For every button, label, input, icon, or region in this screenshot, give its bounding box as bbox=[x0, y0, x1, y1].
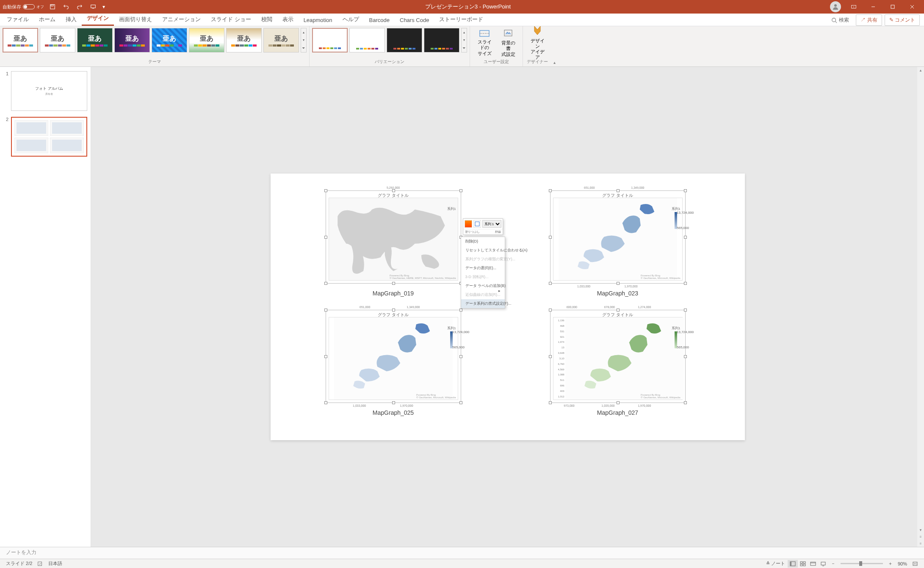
language-status[interactable]: 日本語 bbox=[46, 560, 65, 568]
share-button[interactable]: ↗ 共有 bbox=[856, 14, 882, 26]
tab-barcode[interactable]: Barcode bbox=[364, 14, 395, 26]
user-group-label: ユーザー設定 bbox=[473, 58, 520, 66]
close-button[interactable] bbox=[903, 0, 921, 14]
slide-thumbnail[interactable] bbox=[11, 117, 87, 157]
theme-item[interactable]: 亜あ bbox=[114, 28, 150, 52]
variants-more-icon[interactable]: ▴▾⏷ bbox=[461, 28, 467, 52]
design-ideas-button[interactable]: デザイン アイデア bbox=[526, 28, 549, 58]
normal-view-icon[interactable] bbox=[788, 560, 798, 568]
outline-color-icon[interactable] bbox=[473, 220, 481, 228]
chart-object[interactable]: 5,292,000 グラフ タイトル 系列1 bbox=[326, 190, 461, 284]
svg-rect-25 bbox=[803, 564, 805, 566]
tab-review[interactable]: 校閲 bbox=[256, 13, 277, 26]
series-select[interactable]: 系列 1 bbox=[482, 220, 501, 228]
variants-group-label: バリエーション bbox=[312, 58, 467, 66]
qat-dropdown-icon[interactable]: ▾ bbox=[102, 2, 106, 12]
slide-size-button[interactable]: スライドの サイズ bbox=[473, 28, 496, 58]
slide-canvas[interactable]: 5,292,000 グラフ タイトル 系列1 bbox=[271, 174, 745, 440]
tab-home[interactable]: ホーム bbox=[34, 13, 61, 26]
slide-thumbnail[interactable]: フォト アルバム 所有者 bbox=[11, 71, 87, 111]
chart-legend: 系列1 13,724,000 565,000 bbox=[672, 326, 680, 349]
tab-slideshow[interactable]: スライド ショー bbox=[206, 13, 256, 26]
chart-caption: MapGraph_025 bbox=[326, 409, 461, 416]
maximize-button[interactable] bbox=[883, 0, 902, 14]
svg-rect-23 bbox=[803, 562, 805, 563]
svg-point-3 bbox=[834, 4, 837, 7]
tab-view[interactable]: 表示 bbox=[277, 13, 299, 26]
chart-object[interactable]: 651,000 1,349,000 グラフ タイトル 系列1 bbox=[550, 190, 686, 284]
notes-pane[interactable]: ノートを入力 bbox=[0, 547, 924, 559]
format-background-button[interactable]: 背景の書 式設定 bbox=[496, 28, 520, 58]
vertical-scrollbar[interactable]: ▲ ▼ ≡ ≡ bbox=[917, 67, 924, 547]
theme-item[interactable]: 亜あ bbox=[263, 28, 299, 52]
redo-icon[interactable] bbox=[75, 2, 85, 12]
chart-object[interactable]: 600,000 678,000 1,274,000 グラフ タイトル 1,136… bbox=[550, 310, 686, 403]
autosave-toggle[interactable]: 自動保存 オフ bbox=[3, 4, 44, 10]
notes-toggle[interactable]: ≙ ノート bbox=[764, 560, 788, 568]
prev-slide-icon[interactable]: ≡ bbox=[917, 533, 924, 540]
svg-line-10 bbox=[835, 21, 837, 23]
themes-more-icon[interactable]: ▴▾⏷ bbox=[301, 28, 307, 52]
theme-item[interactable]: 亜あ bbox=[77, 28, 113, 52]
variant-item[interactable] bbox=[424, 28, 459, 52]
fit-window-icon[interactable] bbox=[910, 560, 921, 567]
tab-design[interactable]: デザイン bbox=[82, 12, 114, 26]
tab-charscode[interactable]: Chars Code bbox=[395, 14, 434, 26]
ctx-add-labels[interactable]: データ ラベルの追加(B)▸ bbox=[461, 281, 505, 290]
chart-object[interactable]: 651,000 1,349,000 グラフ タイトル 系列1 bbox=[326, 310, 461, 403]
ribbon-tabs: ファイル ホーム 挿入 デザイン 画面切り替え アニメーション スライド ショー… bbox=[0, 14, 924, 26]
slideshow-view-icon[interactable] bbox=[818, 560, 828, 568]
tab-insert[interactable]: 挿入 bbox=[61, 13, 82, 26]
theme-item[interactable]: 亜あ bbox=[152, 28, 187, 52]
slide-counter[interactable]: スライド 2/2 bbox=[3, 560, 35, 568]
tab-leapmotion[interactable]: Leapmotion bbox=[299, 14, 338, 26]
slide-thumbnails-panel: 1 フォト アルバム 所有者 2 bbox=[0, 67, 91, 547]
tab-storyboard[interactable]: ストーリーボード bbox=[434, 13, 488, 26]
tab-file[interactable]: ファイル bbox=[2, 13, 34, 26]
undo-icon[interactable] bbox=[61, 2, 71, 12]
slide-editor[interactable]: 5,292,000 グラフ タイトル 系列1 bbox=[91, 67, 924, 547]
sorter-view-icon[interactable] bbox=[798, 560, 808, 568]
ribbon-collapse-icon[interactable]: ▴ bbox=[552, 58, 557, 66]
ctx-delete[interactable]: 削除(D) bbox=[461, 237, 505, 246]
zoom-slider[interactable] bbox=[841, 563, 883, 564]
ctx-change-type: 系列グラフの種類の変更(Y)... bbox=[461, 255, 505, 264]
scroll-up-icon[interactable]: ▲ bbox=[917, 67, 924, 74]
japan-map bbox=[553, 198, 682, 280]
scroll-down-icon[interactable]: ▼ bbox=[917, 527, 924, 533]
ctx-reset[interactable]: リセットしてスタイルに合わせる(A) bbox=[461, 246, 505, 255]
comment-button[interactable]: ✎ コメント bbox=[885, 14, 920, 26]
tab-animations[interactable]: アニメーション bbox=[157, 13, 206, 26]
ctx-select-data[interactable]: データの選択(E)... bbox=[461, 264, 505, 273]
slide-size-icon bbox=[479, 29, 490, 38]
theme-item[interactable]: 亜あ bbox=[3, 28, 38, 52]
variant-item[interactable] bbox=[349, 28, 385, 52]
search-field[interactable]: 検索 bbox=[827, 15, 853, 25]
variant-item[interactable] bbox=[387, 28, 422, 52]
theme-item[interactable]: 亜あ bbox=[189, 28, 224, 52]
fill-color-icon[interactable] bbox=[465, 220, 472, 228]
user-avatar[interactable] bbox=[830, 1, 841, 12]
tab-help[interactable]: ヘルプ bbox=[338, 13, 364, 26]
theme-item[interactable]: 亜あ bbox=[40, 28, 75, 52]
svg-rect-30 bbox=[913, 562, 917, 565]
slideshow-start-icon[interactable] bbox=[88, 2, 98, 12]
zoom-in-button[interactable]: ＋ bbox=[885, 560, 895, 568]
theme-item[interactable]: 亜あ bbox=[226, 28, 262, 52]
variant-item[interactable] bbox=[312, 28, 348, 52]
ribbon-options-icon[interactable] bbox=[844, 0, 863, 14]
zoom-level[interactable]: 90% bbox=[895, 560, 910, 567]
minimize-button[interactable] bbox=[864, 0, 883, 14]
zoom-out-button[interactable]: － bbox=[828, 560, 838, 568]
reading-view-icon[interactable] bbox=[808, 560, 818, 568]
svg-rect-6 bbox=[891, 5, 894, 8]
attribution-text: Powered By Bing © GeoNames, Microsoft, W… bbox=[641, 394, 680, 399]
ctx-trendline: 近似曲線の追加(R)... bbox=[461, 290, 505, 299]
ribbon: 亜あ 亜あ 亜あ 亜あ 亜あ 亜あ 亜あ 亜あ ▴▾⏷ テーマ ▴▾⏷ バリエー… bbox=[0, 26, 924, 67]
search-icon bbox=[831, 17, 837, 23]
save-icon[interactable] bbox=[47, 2, 58, 12]
tab-transitions[interactable]: 画面切り替え bbox=[114, 13, 157, 26]
next-slide-icon[interactable]: ≡ bbox=[917, 540, 924, 547]
ctx-format-series[interactable]: データ系列の書式設定(F)... bbox=[461, 299, 505, 308]
spellcheck-icon[interactable] bbox=[35, 560, 46, 568]
